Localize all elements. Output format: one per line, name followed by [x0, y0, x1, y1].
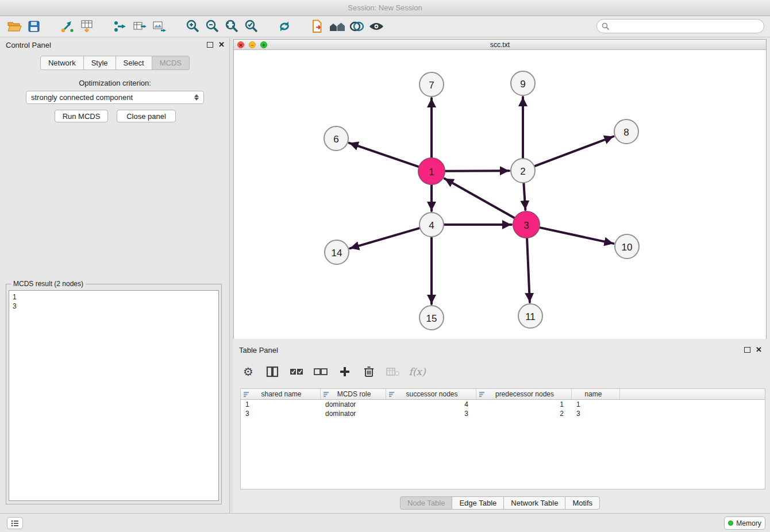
delete-row-icon[interactable]: [361, 364, 377, 380]
zoom-fit-icon[interactable]: [222, 18, 241, 35]
first-neighbors-icon[interactable]: [328, 18, 347, 35]
node-label: 8: [623, 127, 629, 138]
select-all-icon[interactable]: [288, 364, 305, 380]
network-graph[interactable]: 7968124314101511: [234, 50, 766, 339]
graph-edge-3-1[interactable]: [445, 179, 515, 218]
delete-table-icon[interactable]: [385, 364, 401, 380]
tab-style[interactable]: Style: [83, 56, 116, 70]
column-header-successor-nodes[interactable]: successor nodes: [386, 389, 476, 399]
table-cell[interactable]: dominator: [321, 400, 386, 409]
import-table-icon[interactable]: [77, 18, 97, 35]
refresh-icon[interactable]: [275, 18, 294, 35]
mcds-result-item[interactable]: 1: [13, 292, 215, 302]
network-canvas[interactable]: 7968124314101511: [234, 50, 766, 339]
graph-edge-1-6[interactable]: [349, 143, 419, 167]
optimization-criterion-select[interactable]: strongly connected component: [26, 91, 204, 104]
graph-node-2[interactable]: 2: [511, 159, 535, 183]
column-header-filler: [620, 389, 765, 399]
column-header-name[interactable]: name: [572, 389, 620, 399]
close-table-panel-icon[interactable]: ✕: [756, 346, 762, 353]
table-cell[interactable]: dominator: [321, 409, 386, 418]
graph-node-4[interactable]: 4: [419, 213, 444, 237]
column-header-mcds-role[interactable]: MCDS role: [321, 389, 386, 399]
graph-node-6[interactable]: 6: [324, 126, 348, 151]
graph-node-7[interactable]: 7: [419, 72, 444, 97]
zoom-in-icon[interactable]: [183, 18, 202, 35]
network-window-title: scc.txt: [490, 41, 510, 49]
table-cell[interactable]: 3: [241, 409, 321, 418]
optimization-criterion-label: Optimization criterion:: [0, 79, 230, 87]
window-close-icon[interactable]: ✕: [237, 41, 244, 48]
graph-edge-2-3[interactable]: [523, 183, 525, 210]
memory-button[interactable]: Memory: [724, 516, 765, 530]
tab-edge-table[interactable]: Edge Table: [452, 496, 504, 510]
tab-network[interactable]: Network: [40, 56, 84, 70]
zoom-out-icon[interactable]: [202, 18, 222, 35]
table-panel-tabs: Node Table Edge Table Network Table Moti…: [233, 496, 767, 510]
zoom-selected-icon[interactable]: [241, 18, 261, 35]
export-table-icon[interactable]: [130, 18, 149, 35]
graph-node-15[interactable]: 15: [419, 306, 444, 330]
graph-edge-1-2[interactable]: [445, 171, 509, 171]
clone-network-icon[interactable]: [308, 18, 328, 35]
graph-node-11[interactable]: 11: [518, 304, 542, 328]
table-settings-icon[interactable]: ⚙: [240, 364, 256, 380]
table-row[interactable]: 1dominator411: [241, 400, 765, 409]
graph-edge-3-11[interactable]: [527, 238, 530, 302]
annotations-icon[interactable]: [347, 18, 367, 35]
graph-node-3[interactable]: 3: [513, 211, 540, 238]
graph-node-14[interactable]: 14: [325, 240, 349, 264]
graph-node-8[interactable]: 8: [614, 119, 638, 144]
show-hide-icon[interactable]: [367, 18, 386, 35]
float-table-panel-icon[interactable]: [744, 347, 750, 353]
memory-status-icon: [728, 521, 733, 526]
graph-edge-3-10[interactable]: [540, 228, 614, 244]
window-zoom-icon[interactable]: +: [260, 41, 267, 48]
table-cell[interactable]: 3: [572, 409, 620, 418]
table-row[interactable]: 3dominator323: [241, 409, 765, 418]
tab-motifs[interactable]: Motifs: [565, 496, 600, 510]
graph-node-10[interactable]: 10: [615, 234, 639, 259]
show-columns-icon[interactable]: [264, 364, 280, 380]
tab-node-table[interactable]: Node Table: [400, 496, 453, 510]
search-field[interactable]: [596, 19, 764, 33]
graph-node-1[interactable]: 1: [418, 158, 445, 184]
table-cell[interactable]: 4: [386, 400, 476, 409]
window-minimize-icon[interactable]: −: [249, 41, 256, 48]
table-cell[interactable]: 1: [572, 400, 620, 409]
column-header-predecessor-nodes[interactable]: predecessor nodes: [476, 389, 572, 399]
table-cell[interactable]: 1: [476, 400, 572, 409]
deselect-all-icon[interactable]: [313, 364, 329, 380]
close-panel-icon[interactable]: ✕: [218, 41, 225, 48]
control-panel-header: Control Panel ✕: [0, 38, 229, 53]
panel-toggle-button[interactable]: [7, 517, 23, 529]
add-row-icon[interactable]: [337, 364, 353, 380]
network-window-titlebar[interactable]: ✕ − + scc.txt: [234, 40, 766, 50]
save-session-icon[interactable]: [24, 18, 44, 35]
tab-select[interactable]: Select: [116, 56, 152, 70]
horizontal-splitter[interactable]: [233, 339, 767, 343]
function-builder-icon[interactable]: f(x): [409, 364, 425, 380]
mcds-result-item[interactable]: 3: [13, 302, 215, 311]
float-panel-icon[interactable]: [207, 42, 213, 48]
graph-edge-2-8[interactable]: [535, 137, 614, 167]
open-session-icon[interactable]: [5, 18, 24, 35]
column-header-shared-name[interactable]: shared name: [241, 389, 321, 399]
import-network-icon[interactable]: [57, 18, 77, 35]
tab-mcds[interactable]: MCDS: [152, 56, 190, 70]
run-mcds-button[interactable]: Run MCDS: [55, 110, 108, 122]
search-input[interactable]: [613, 22, 759, 30]
table-header-row: shared name MCDS role successor nodes pr…: [241, 389, 765, 400]
table-cell[interactable]: 2: [476, 409, 572, 418]
mcds-result-list[interactable]: 13: [9, 290, 219, 501]
graph-node-9[interactable]: 9: [511, 71, 535, 95]
export-network-icon[interactable]: [110, 18, 130, 35]
table-cell[interactable]: 3: [386, 409, 476, 418]
close-panel-button[interactable]: Close panel: [117, 110, 176, 122]
export-image-icon[interactable]: [149, 18, 169, 35]
tab-network-table[interactable]: Network Table: [503, 496, 565, 510]
table-cell[interactable]: 1: [241, 400, 321, 409]
node-label: 7: [429, 80, 434, 91]
graph-edge-4-14[interactable]: [350, 228, 419, 248]
node-label: 15: [426, 313, 437, 324]
